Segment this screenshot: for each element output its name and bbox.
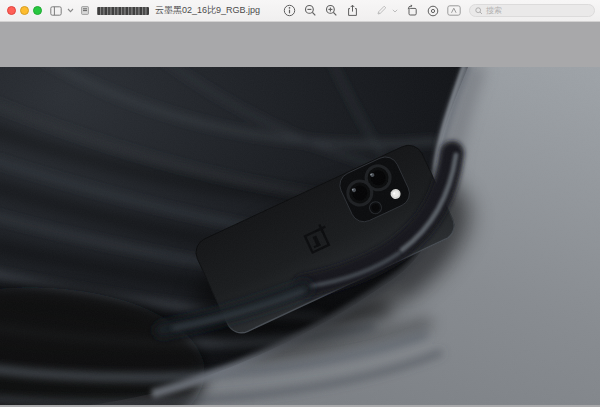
search-icon <box>475 7 483 15</box>
info-icon[interactable] <box>283 4 296 17</box>
minimize-button[interactable] <box>20 6 29 15</box>
sidebar-icon[interactable] <box>50 6 62 16</box>
illegible-title-prefix <box>97 7 149 15</box>
markup-pencil-icon[interactable] <box>375 4 388 17</box>
window-titlebar: 云墨黑02_16比9_RGB.jpg 搜索 <box>0 0 600 22</box>
markup-toolbar-icon[interactable] <box>447 5 461 16</box>
traffic-lights <box>7 6 42 15</box>
toolbar-buttons: 搜索 <box>283 4 595 17</box>
search-input[interactable]: 搜索 <box>469 4 595 17</box>
search-placeholder: 搜索 <box>486 7 502 15</box>
zoom-in-icon[interactable] <box>325 4 338 17</box>
window-title: 云墨黑02_16比9_RGB.jpg <box>155 4 260 17</box>
fullscreen-button[interactable] <box>33 6 42 15</box>
share-icon[interactable] <box>346 4 359 17</box>
crop-icon[interactable] <box>427 5 439 17</box>
markup-chevron-icon[interactable] <box>392 9 398 13</box>
zoom-out-icon[interactable] <box>304 4 317 17</box>
product-photo <box>0 67 600 405</box>
photo-canvas <box>0 67 600 405</box>
rotate-left-icon[interactable] <box>406 4 419 17</box>
grain-overlay <box>0 67 600 405</box>
preview-content-background <box>0 22 600 407</box>
close-button[interactable] <box>7 6 16 15</box>
title-chevron-icon[interactable] <box>67 8 74 13</box>
proxy-document-icon <box>81 6 89 15</box>
